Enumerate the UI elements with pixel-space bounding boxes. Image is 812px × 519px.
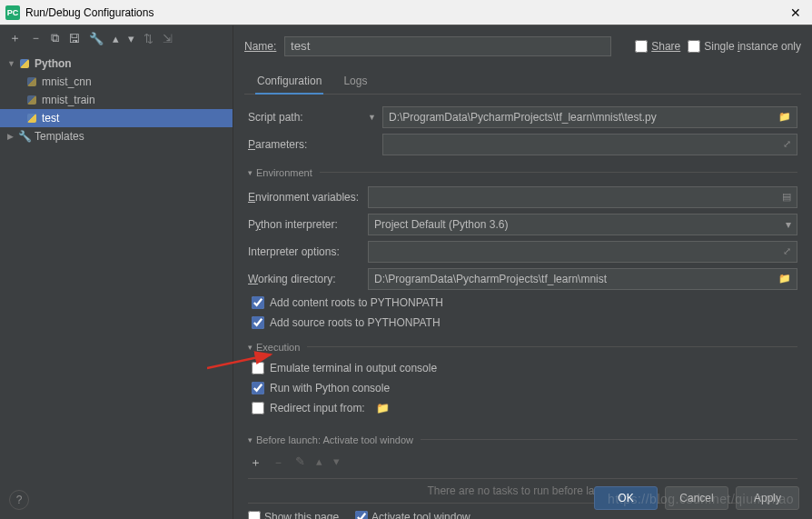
up-icon: ▴	[316, 454, 322, 471]
before-launch-section[interactable]: Before launch: Activate tool window	[248, 434, 797, 445]
tabs: Configuration Logs	[244, 69, 801, 95]
run-python-console-checkbox[interactable]	[252, 382, 264, 394]
python-icon	[25, 75, 38, 88]
before-launch-toolbar: ＋ － ✎ ▴ ▾	[248, 451, 797, 474]
chevron-right-icon: ▶	[7, 132, 18, 141]
main-panel: Name: Share Single instance only Configu…	[233, 25, 812, 519]
config-tree: ▼ Python mnist_cnn mnist_train test ▶ 🔧 …	[0, 51, 233, 519]
script-path-field[interactable]: D:\ProgramData\PycharmProjects\tf_learn\…	[382, 106, 797, 128]
env-vars-field[interactable]: ▤	[368, 186, 797, 208]
name-label: Name:	[244, 40, 277, 53]
python-icon	[18, 57, 31, 70]
collapse-icon[interactable]: ⇲	[163, 32, 173, 45]
redirect-input-checkbox[interactable]	[252, 402, 264, 414]
environment-section[interactable]: Environment	[248, 167, 797, 178]
sidebar-toolbar: ＋ － ⧉ 🖫 🔧 ▴ ▾ ⇅ ⇲	[0, 25, 233, 51]
parameters-label: Parameters:	[248, 138, 368, 151]
folder-icon[interactable]: 📁	[778, 273, 791, 284]
tree-label: Python	[35, 57, 72, 70]
list-icon[interactable]: ▤	[782, 191, 791, 203]
folder-icon[interactable]: 📁	[376, 402, 390, 414]
ok-button[interactable]: OK	[594, 486, 658, 510]
tree-item-selected[interactable]: test	[0, 109, 233, 127]
working-dir-field[interactable]: D:\ProgramData\PycharmProjects\tf_learn\…	[368, 268, 797, 290]
script-path-label: Script path:	[248, 111, 368, 124]
show-this-page-checkbox[interactable]: Show this page	[248, 511, 339, 519]
env-vars-label: Environment variables:	[248, 191, 368, 204]
config-form: Script path: ▼ D:\ProgramData\PycharmPro…	[244, 95, 801, 519]
down-icon: ▾	[333, 454, 340, 471]
interpreter-options-field[interactable]: ⤢	[368, 241, 797, 263]
tree-item[interactable]: mnist_train	[0, 91, 233, 109]
tab-configuration[interactable]: Configuration	[255, 69, 323, 95]
close-icon[interactable]: ✕	[785, 5, 807, 20]
parameters-field[interactable]: ⤢	[382, 134, 797, 155]
apply-button[interactable]: Apply	[736, 486, 799, 510]
add-content-roots-checkbox[interactable]	[252, 296, 264, 309]
single-instance-checkbox[interactable]: Single instance only	[688, 40, 801, 53]
cancel-button[interactable]: Cancel	[665, 486, 728, 510]
edit-icon: ✎	[295, 454, 305, 471]
add-icon[interactable]: ＋	[250, 454, 262, 471]
sidebar: ＋ － ⧉ 🖫 🔧 ▴ ▾ ⇅ ⇲ ▼ Python mnist_cnn mni…	[0, 25, 233, 519]
tree-label: mnist_train	[42, 94, 95, 106]
app-icon: PC	[5, 5, 20, 20]
tree-label: test	[42, 112, 59, 125]
wrench-icon[interactable]: 🔧	[89, 32, 104, 45]
copy-icon[interactable]: ⧉	[51, 31, 59, 45]
add-source-roots-checkbox[interactable]	[252, 316, 264, 329]
working-dir-label: Working directory:	[248, 273, 368, 285]
save-icon[interactable]: 🖫	[68, 32, 80, 45]
wrench-icon: 🔧	[18, 130, 31, 143]
execution-section[interactable]: Execution	[248, 342, 797, 353]
tree-icon[interactable]: ⇅	[144, 32, 153, 45]
tree-templates-node[interactable]: ▶ 🔧 Templates	[0, 127, 233, 145]
remove-icon: －	[272, 454, 284, 471]
python-interpreter-label: Python interpreter:	[248, 218, 368, 231]
share-checkbox[interactable]: Share	[635, 40, 680, 53]
folder-icon[interactable]: 📁	[778, 111, 791, 123]
python-icon	[25, 112, 38, 125]
name-input[interactable]	[284, 36, 611, 56]
tree-label: mnist_cnn	[42, 75, 92, 88]
tree-label: Templates	[35, 130, 84, 143]
expand-icon[interactable]: ⤢	[783, 245, 791, 257]
dialog-buttons: OK Cancel Apply	[594, 486, 799, 510]
redirect-input-field[interactable]: 📁	[376, 402, 797, 414]
up-icon[interactable]: ▴	[113, 32, 119, 45]
tab-logs[interactable]: Logs	[342, 69, 369, 94]
remove-icon[interactable]: －	[30, 30, 42, 46]
python-icon	[25, 94, 38, 106]
chevron-down-icon: ▼	[7, 59, 18, 68]
tree-item[interactable]: mnist_cnn	[0, 73, 233, 91]
down-icon[interactable]: ▾	[128, 32, 134, 45]
expand-icon[interactable]: ⤢	[783, 138, 791, 150]
activate-tool-window-checkbox[interactable]: Activate tool window	[355, 511, 470, 519]
emulate-terminal-checkbox[interactable]	[252, 362, 264, 374]
dropdown-icon[interactable]: ▼	[368, 113, 377, 122]
window-title: Run/Debug Configurations	[25, 6, 785, 19]
titlebar: PC Run/Debug Configurations ✕	[0, 0, 812, 25]
interpreter-options-label: Interpreter options:	[248, 245, 368, 258]
add-icon[interactable]: ＋	[9, 30, 21, 46]
tree-python-node[interactable]: ▼ Python	[0, 55, 233, 73]
python-interpreter-select[interactable]: Project Default (Python 3.6)	[368, 214, 797, 235]
help-button[interactable]: ?	[9, 490, 29, 510]
